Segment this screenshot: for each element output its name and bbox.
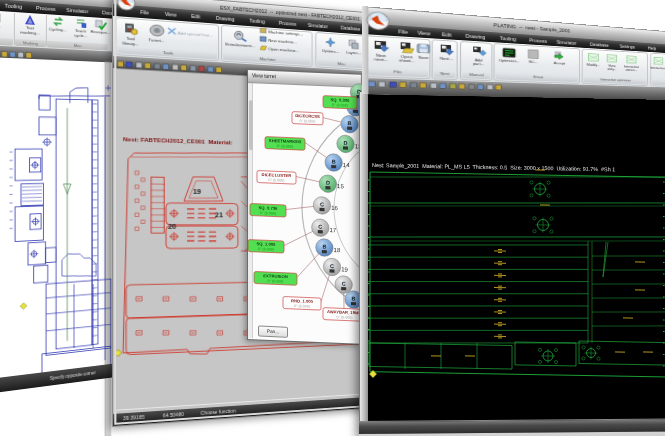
svg-text:0° (0.000): 0° (0.000) [332, 102, 348, 107]
svg-text:C: C [330, 262, 334, 268]
svg-text:AWAYBAR_19MM: AWAYBAR_19MM [327, 309, 362, 315]
svg-text:18: 18 [334, 246, 341, 252]
svg-text:C: C [318, 223, 322, 229]
svg-text:0° (0.000): 0° (0.000) [300, 118, 316, 123]
svg-text:DICECLUSTER: DICECLUSTER [262, 172, 292, 178]
svg-text:Nest: FABTECH2012_CE001 Mater: Nest: FABTECH2012_CE001 Material: [123, 135, 232, 145]
svg-text:19: 19 [341, 266, 348, 272]
svg-text:DICECRCSS: DICECRCSS [295, 113, 320, 119]
svg-text:B: B [322, 243, 326, 249]
svg-text:0° (0.000): 0° (0.000) [277, 144, 293, 149]
svg-text:0° (0.000): 0° (0.000) [260, 210, 276, 215]
svg-text:C: C [320, 201, 324, 207]
svg-text:SQ_0.300: SQ_0.300 [331, 97, 351, 103]
svg-text:0° (0.000): 0° (0.000) [268, 279, 284, 284]
svg-text:Nest: Sample_2001 Material: P: Nest: Sample_2001 Material: PL_MS L5 Thi… [372, 162, 615, 172]
svg-text:B: B [332, 158, 336, 164]
svg-text:0° (0.000): 0° (0.000) [258, 246, 274, 251]
svg-text:EXTRUSION: EXTRUSION [263, 273, 287, 279]
svg-text:RND_1.000: RND_1.000 [291, 298, 314, 304]
svg-text:D: D [326, 179, 330, 185]
svg-text:D: D [344, 139, 348, 145]
svg-text:SQ_1.000: SQ_1.000 [257, 241, 277, 247]
svg-text:19: 19 [193, 188, 201, 196]
svg-text:15: 15 [337, 183, 344, 189]
svg-text:C: C [342, 280, 346, 286]
svg-text:B: B [352, 295, 356, 301]
svg-text:B: B [348, 120, 352, 126]
svg-text:17: 17 [329, 227, 336, 233]
svg-text:SHEETMARKER: SHEETMARKER [269, 138, 301, 144]
svg-text:0° (0.000): 0° (0.000) [269, 178, 285, 183]
svg-text:21: 21 [215, 211, 223, 219]
svg-text:20: 20 [168, 223, 176, 231]
svg-text:14: 14 [343, 161, 350, 167]
svg-text:16: 16 [331, 204, 338, 210]
svg-text:0° (0.000): 0° (0.000) [294, 303, 310, 308]
svg-text:SQ_0.736: SQ_0.736 [259, 205, 279, 211]
svg-text:0° (0.000): 0° (0.000) [337, 315, 353, 320]
